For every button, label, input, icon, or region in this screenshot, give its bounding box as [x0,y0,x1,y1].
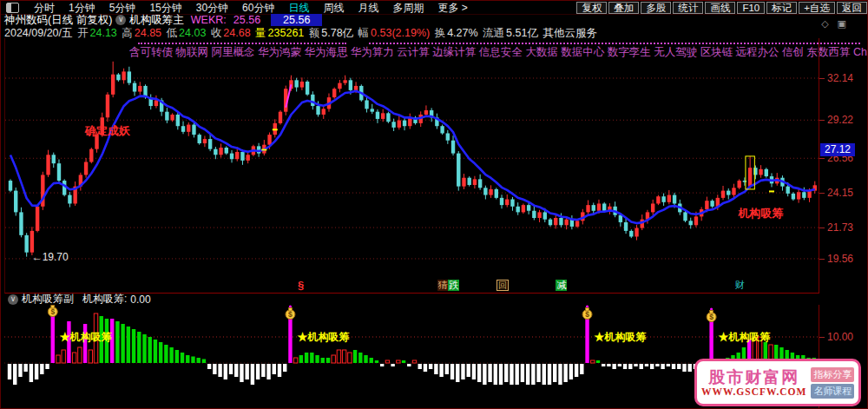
toolbar-button-7[interactable]: +自选 [799,2,835,14]
svg-text:$: $ [585,310,589,319]
price-axis-label: 24.15 [827,187,853,199]
selected-value-badge: 25.56 [271,14,322,26]
tab-10[interactable]: 更多 > [431,2,474,14]
bag-label-3: ★机构吸筹 [718,331,771,343]
quote-segment: 额 [309,27,320,39]
toolbar-button-2[interactable]: 多股 [641,2,671,14]
watermark-url: WWW.GSCFW.COM [701,386,806,397]
quote-segment: 高 [122,27,133,39]
svg-text:$: $ [288,310,293,319]
collapse-main-icon[interactable]: ∨ [115,15,126,25]
current-price-badge: 27.12 [820,143,855,156]
tab-9[interactable]: 多周期 [385,2,431,14]
toolbar-button-4[interactable]: 画线 [705,2,735,14]
toolbar-button-1[interactable]: 叠加 [608,2,639,14]
bottom-marker-4[interactable]: 减 [556,280,567,291]
price-axis-label: 29.22 [827,114,853,126]
bottom-marker-3[interactable]: 回 [496,280,509,291]
watermark-site-name: 股市财富网 [701,368,806,386]
bottom-marker-5[interactable]: 财 [734,280,746,291]
subpanel-header: ∨ 机构吸筹副 机构吸筹: 0.00 [4,294,151,305]
svg-text:$: $ [709,313,713,321]
price-axis-label: 19.56 [827,253,853,265]
toolbar-buttons: 复权叠加多股统计画线F10标记+自选返回 [575,2,867,14]
period-tabs: 分时1分钟5分钟15分钟30分钟60分钟日线周线月线多周期更多 > [27,2,475,14]
tab-1[interactable]: 1分钟 [62,2,102,14]
quote-segment: 5.51亿 [506,27,541,39]
tab-4[interactable]: 30分钟 [189,2,235,14]
quote-segment: 0.53(2.19%) [371,27,433,39]
quote-segment: 幅 [358,27,370,39]
toolbar-button-6[interactable]: 标记 [766,2,797,14]
subpanel-value: 0.00 [130,294,150,306]
bag-label-2: ★机构吸筹 [594,331,647,343]
quote-segment: 4.27% [447,27,481,39]
quote-segment: 24.85 [135,27,165,39]
tab-5[interactable]: 60分钟 [235,2,281,14]
quote-segment: 收 [211,27,222,39]
bag-label-1: ★机构吸筹 [296,331,349,343]
main-candlestick-chart[interactable]: 确定成妖机构吸筹←19.70§猜跌回减财 [4,38,819,294]
watermark-card: 股市财富网 WWW.GSCFW.COM 指标分享 名师课程 [694,359,861,406]
maximize-pane-icon[interactable]: ▣ [838,18,855,29]
chart-annotation-0: 确定成妖 [85,123,130,139]
price-axis-label: 21.73 [827,221,853,234]
quote-info-row: 2024/09/20/五 开24.13 高24.85 低24.03 收24.68… [4,26,599,38]
toolbar-button-3[interactable]: 统计 [673,2,703,14]
quote-segment: 量 [255,27,266,39]
window-menu-icon[interactable] [6,3,19,13]
tab-7[interactable]: 周线 [316,2,351,14]
watermark-text: 股市财富网 WWW.GSCFW.COM [701,368,806,397]
tab-2[interactable]: 5分钟 [102,2,143,14]
diamond-icon[interactable]: ◇ [821,18,837,29]
main-price-axis: 32.1429.2226.5624.1521.7319.5627.12 [819,38,868,293]
indicator-name[interactable]: 机构吸筹主 [129,13,184,28]
price-axis-label: 32.14 [827,72,853,84]
badge-indicator-share: 指标分享 [811,367,854,382]
toolbar-button-5[interactable]: F10 [737,2,765,14]
tab-8[interactable]: 月线 [351,2,385,14]
quote-segment: 流通 [483,27,504,39]
tab-3[interactable]: 15分钟 [142,2,188,14]
title-row: 神州数码(日线 前复权) ∨ 机构吸筹主 WEKR: 25.56 25.56 [4,14,322,26]
tab-0[interactable]: 分时 [27,2,62,14]
quote-segment: 24.13 [90,27,121,39]
quote-segment: 低 [167,27,178,39]
quote-segment: 5.78亿 [321,27,356,39]
toolbar-button-8[interactable]: 返回 [837,2,867,14]
badge-teacher-course: 名师课程 [811,384,854,399]
quote-segment: 24.03 [179,27,209,39]
pane-controls: ◇▣ [821,18,855,30]
quote-segment: 换 [435,27,446,39]
quote-segment: 其他云服务 [542,27,597,39]
wekr-value: 25.56 [233,14,260,26]
quote-segment: 235261 [268,27,307,39]
bottom-marker-0[interactable]: § [297,280,305,291]
low-price-label: ←19.70 [32,251,69,263]
quote-segment: 2024/09/20/五 [4,27,76,39]
subpanel-level-label: 10.00 [827,331,853,343]
bag-label-0: ★机构吸筹 [59,331,112,343]
bottom-marker-2[interactable]: 跌 [448,280,459,291]
stock-title: 神州数码(日线 前复权) [4,13,112,28]
toolbar-button-0[interactable]: 复权 [576,2,607,14]
quote-segment: 开 [77,27,89,39]
candlestick-svg [5,38,819,293]
chart-annotation-1: 机构吸筹 [738,206,783,221]
quote-segment: 24.68 [223,27,253,39]
trading-app-window: 分时1分钟5分钟15分钟30分钟60分钟日线周线月线多周期更多 > 复权叠加多股… [0,0,868,409]
svg-text:$: $ [50,307,55,316]
watermark-badges: 指标分享 名师课程 [811,366,854,400]
bottom-marker-1[interactable]: 猜 [437,280,449,291]
tab-6[interactable]: 日线 [281,2,316,14]
wekr-label: WEKR: [191,14,227,26]
collapse-sub-icon[interactable]: ∨ [8,294,18,305]
